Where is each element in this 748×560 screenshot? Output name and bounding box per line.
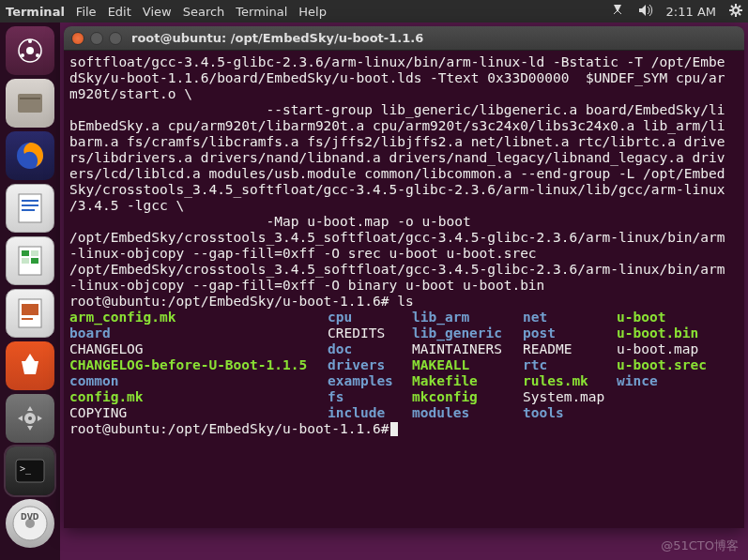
minimize-icon[interactable] (90, 32, 103, 45)
ls-entry: u-boot.map (617, 341, 707, 357)
menu-view[interactable]: View (143, 5, 172, 19)
svg-rect-23 (31, 250, 38, 256)
watermark: @51CTO博客 (661, 537, 739, 554)
svg-rect-17 (19, 194, 41, 222)
svg-point-12 (36, 53, 39, 57)
launcher-settings[interactable] (6, 394, 54, 443)
cmd-ls: ls (397, 294, 413, 309)
ls-entry: CHANGELOG-before-U-Boot-1.1.5 (69, 357, 328, 373)
gear-icon[interactable] (729, 4, 742, 20)
ls-entry: rtc (523, 357, 617, 373)
ls-entry: mkconfig (412, 389, 523, 405)
app-name: Terminal (6, 5, 65, 19)
ls-entry: common (69, 373, 328, 389)
terminal-body[interactable]: softfloat/gcc-3.4.5-glibc-2.3.6/arm-linu… (64, 51, 744, 528)
svg-point-13 (21, 53, 24, 57)
svg-text:>_: >_ (20, 463, 32, 475)
close-icon[interactable] (71, 32, 84, 45)
svg-point-30 (28, 416, 32, 420)
prompt-2: root@ubuntu:/opt/EmbedSky/u-boot-1.1.6# (69, 421, 389, 437)
ls-entry: include (328, 405, 412, 421)
ls-entry: arm_config.mk (69, 310, 328, 325)
svg-rect-15 (20, 98, 40, 99)
menu-edit[interactable]: Edit (108, 5, 131, 19)
ls-entry: config.mk (69, 389, 328, 405)
ls-entry: Makefile (412, 373, 523, 389)
ls-entry: u-boot (617, 310, 707, 325)
network-icon[interactable] (610, 5, 625, 19)
maximize-icon[interactable] (109, 32, 122, 45)
svg-rect-27 (22, 304, 38, 315)
launcher-dash[interactable] (6, 26, 54, 75)
ls-entry: tools (523, 405, 617, 421)
svg-rect-20 (22, 209, 35, 211)
ls-entry: lib_generic (412, 325, 523, 341)
ls-entry: doc (328, 341, 412, 357)
menubar: File Edit View Search Terminal Help (76, 5, 327, 19)
ls-entry: net (523, 310, 617, 325)
cursor (390, 422, 398, 436)
launcher-firefox[interactable] (6, 131, 54, 180)
svg-rect-24 (22, 258, 29, 264)
ls-entry: rules.mk (523, 373, 617, 389)
scrollback-text: softfloat/gcc-3.4.5-glibc-2.3.6/arm-linu… (69, 54, 725, 293)
menu-terminal[interactable]: Terminal (236, 5, 287, 19)
clock[interactable]: 2:11 AM (666, 5, 716, 19)
ls-entry: drivers (328, 357, 412, 373)
ls-entry: MAINTAINERS (412, 341, 523, 357)
prompt-1: root@ubuntu:/opt/EmbedSky/u-boot-1.1.6# (69, 294, 389, 309)
svg-line-5 (731, 6, 733, 8)
launcher-writer[interactable] (6, 184, 54, 233)
ls-entry: board (69, 325, 328, 341)
ls-entry: u-boot.srec (617, 357, 707, 373)
ls-entry: CREDITS (328, 325, 412, 341)
window-title: root@ubuntu: /opt/EmbedSky/u-boot-1.1.6 (131, 31, 423, 45)
svg-rect-14 (18, 94, 42, 113)
svg-rect-18 (22, 200, 38, 202)
ls-entry: post (523, 325, 617, 341)
svg-rect-28 (22, 318, 33, 320)
menu-search[interactable]: Search (183, 5, 225, 19)
svg-point-0 (733, 8, 739, 13)
svg-line-6 (739, 13, 740, 15)
ls-entry: lib_arm (412, 310, 523, 325)
ls-entry: COPYING (69, 405, 328, 421)
svg-point-10 (26, 47, 34, 54)
svg-rect-25 (31, 258, 38, 264)
menu-help[interactable]: Help (298, 5, 327, 19)
ls-entry: README (523, 341, 617, 357)
ls-entry: System.map (523, 389, 617, 405)
svg-line-7 (739, 6, 740, 8)
ls-entry: examples (328, 373, 412, 389)
launcher-dvd[interactable]: DVD (6, 499, 54, 548)
ls-output: arm_config.mkboardCHANGELOGCHANGELOG-bef… (69, 310, 739, 421)
launcher-calc[interactable] (6, 236, 54, 285)
launcher-impress[interactable] (6, 289, 54, 338)
svg-line-8 (731, 13, 733, 15)
svg-rect-19 (22, 204, 38, 206)
menu-file[interactable]: File (76, 5, 97, 19)
launcher-terminal[interactable]: >_ (6, 446, 54, 495)
ls-entry: CHANGELOG (69, 341, 328, 357)
ls-entry: modules (412, 405, 523, 421)
launcher-software[interactable] (6, 341, 54, 390)
ls-entry: wince (617, 373, 707, 389)
svg-text:DVD: DVD (21, 513, 39, 522)
terminal-window: root@ubuntu: /opt/EmbedSky/u-boot-1.1.6 … (64, 26, 744, 528)
sound-icon[interactable] (638, 4, 653, 20)
svg-rect-22 (22, 250, 29, 256)
ls-entry: u-boot.bin (617, 325, 707, 341)
ls-entry: fs (328, 389, 412, 405)
top-panel: Terminal File Edit View Search Terminal … (0, 0, 748, 23)
ls-entry: cpu (328, 310, 412, 325)
svg-point-11 (28, 39, 32, 43)
ls-entry: MAKEALL (412, 357, 523, 373)
titlebar[interactable]: root@ubuntu: /opt/EmbedSky/u-boot-1.1.6 (64, 26, 744, 51)
app-area: root@ubuntu: /opt/EmbedSky/u-boot-1.1.6 … (60, 23, 748, 560)
launcher-files[interactable] (6, 79, 54, 128)
launcher: >_ DVD (0, 23, 60, 560)
